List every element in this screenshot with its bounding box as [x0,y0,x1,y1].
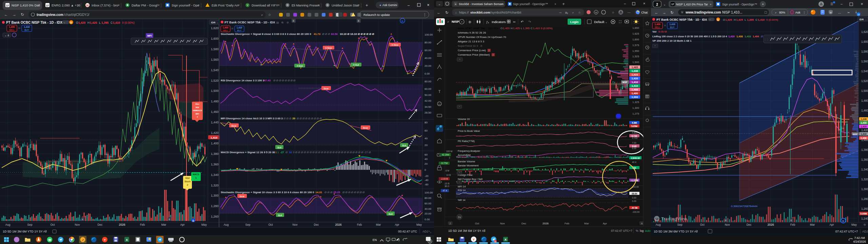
svg-text:IDR: IDR [211,21,216,24]
svg-text:10 B: 10 B [446,174,451,176]
svg-text:1,433: 1,433 [745,35,751,38]
svg-text:↻: ↻ [445,11,448,15]
svg-text:28.50: 28.50 [425,111,432,114]
svg-text:100.00: 100.00 [425,33,433,36]
svg-text:38: 38 [289,151,292,154]
svg-text:Dec: Dec [521,222,526,225]
svg-text:↻: ↻ [21,12,24,17]
svg-text:1,423: 1,423 [632,73,638,76]
svg-text:Consensus Price (Low): Consensus Price (Low) [458,49,486,52]
svg-text:1,400: 1,400 [632,92,638,95]
svg-text:✦: ✦ [379,4,382,7]
svg-text:1,340: 1,340 [861,168,868,171]
svg-text:www.tradingview.com: www.tradingview.com [685,11,721,14]
svg-text:O: O [76,21,78,24]
svg-text:←: ← [4,12,8,17]
svg-text:Bear: Bear [363,127,368,129]
svg-text:D: D [717,19,719,21]
svg-text:Bull: Bull [389,213,393,215]
svg-text:1,408: 1,408 [632,88,638,91]
svg-text:1,260: 1,260 [861,207,868,210]
svg-text:0.700: 0.700 [632,137,638,139]
svg-text:ADJ: ADJ [862,230,868,233]
svg-text:PT Bank OCBC NISP Tbk · 1D · I: PT Bank OCBC NISP Tbk · 1D · IDX [656,18,707,21]
svg-text:2: 2 [656,3,658,6]
svg-text:1,650: 1,650 [632,26,639,29]
svg-text:L: L [99,21,101,24]
svg-text:⊘: ⊘ [287,21,289,24]
svg-text:H: H [511,27,513,30]
svg-text:Y: Y [473,238,475,241]
svg-text:1,500: 1,500 [632,61,639,64]
svg-text:1,500: 1,500 [861,89,868,93]
svg-text:6.00: 6.00 [632,147,636,149]
svg-text:M: M [86,4,89,7]
svg-text:×: × [643,1,645,5]
svg-text:–: – [841,2,843,6]
svg-text:Frequency Analyzer: Frequency Analyzer [458,149,480,152]
svg-text:Ø: Ø [285,151,288,154]
svg-text:-40: -40 [425,179,429,182]
svg-text:+: + [461,20,462,24]
svg-text:✂: ✂ [848,11,850,14]
svg-text:⌕: ⌕ [572,11,574,14]
svg-text:10: 10 [664,24,666,26]
svg-text:↶: ↶ [521,20,524,24]
svg-text:80.00: 80.00 [425,41,432,44]
svg-text:5.05M: 5.05M [631,125,637,127]
svg-text:NISP: NISP [853,133,857,135]
svg-text:⌕: ⌕ [447,20,449,23]
svg-text:Bull: Bull [277,146,281,149]
svg-text:1,540: 1,540 [211,68,219,72]
svg-text:1,406: 1,406 [861,137,867,140]
svg-text:Bull: Bull [278,214,282,217]
svg-text:×: × [238,3,240,7]
svg-text:PT Bank OCBC NISP Tbk - 1D - I: PT Bank OCBC NISP Tbk - 1D - IDX [224,21,275,24]
svg-text:1,400: 1,400 [211,142,219,145]
svg-text:⋮: ⋮ [803,11,806,14]
svg-text:May: May [851,223,857,226]
svg-text:Bank OCBC NISP Tbk. - 1D - IDX: Bank OCBC NISP Tbk. - 1D - IDX [458,27,498,30]
svg-text:NISP: NISP [622,81,628,83]
svg-text:BUY: BUY [24,29,29,31]
svg-text:0 (0.00%): 0 (0.00%) [766,18,778,21]
svg-text:0.00: 0.00 [425,218,430,221]
svg-text:-20: -20 [425,175,429,178]
svg-text:1,320: 1,320 [211,184,219,187]
svg-text:1,410: 1,410 [861,133,867,136]
svg-text:D: D [70,21,72,24]
svg-text:1,300: 1,300 [632,106,639,109]
svg-text:1,465: 1,465 [632,66,638,69]
svg-text:☰: ☰ [830,2,833,6]
svg-text:2026: 2026 [335,223,342,226]
svg-text:Dec: Dec [97,223,103,226]
svg-text:23: 23 [857,14,860,16]
svg-text:-57.58: -57.58 [631,207,638,209]
svg-text:1,395: 1,395 [523,27,530,30]
svg-text:Stoch: Stoch [184,180,191,183]
svg-text:Stochastic Divergence + Signal: Stochastic Divergence + Signal 8 close 3… [221,33,311,36]
svg-text:2: 2 [187,184,188,186]
svg-text:E: E [293,19,294,22]
svg-text:1,460: 1,460 [861,109,868,112]
svg-text:SELL: SELL [655,26,660,28]
svg-text:ID: ID [18,27,21,29]
svg-text:1,425: 1,425 [513,27,520,30]
svg-text:43: 43 [494,241,496,243]
svg-text:⌄: ⌄ [663,3,666,6]
svg-text:1: 1 [275,151,277,154]
svg-text:MFI Divergence 14 close hlc3 1: MFI Divergence 14 close hlc3 10 3 3 MFI … [221,117,283,120]
svg-text:Volume 20: Volume 20 [458,118,470,121]
svg-text:Feb: Feb [140,223,145,226]
svg-text:⚙: ⚙ [863,223,866,226]
svg-text:-27: -27 [280,151,284,154]
svg-text:00:42:47 UTC: 00:42:47 UTC [398,230,417,233]
svg-text:7:42 AM: 7:42 AM [854,236,865,240]
svg-text:U: U [830,12,831,14]
svg-text:PE Ratio(TTM): PE Ratio(TTM) [458,140,475,143]
svg-text:0 (0.00%): 0 (0.00%) [122,21,135,24]
svg-text:-60: -60 [425,183,429,186]
svg-text:×: × [38,3,40,7]
svg-text:1,436: 1,436 [632,69,638,73]
svg-text:Daftar PM - Googl: Daftar PM - Googl [132,3,158,7]
